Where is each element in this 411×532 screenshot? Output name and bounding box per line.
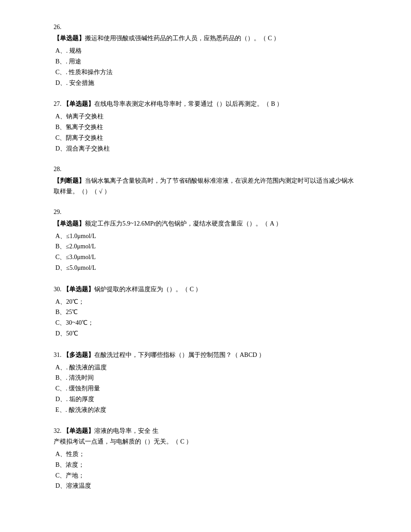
question-text-q26: 【单选题】搬运和使用强酸或强碱性药品的工作人员，应熟悉药品的（）。（ C ）: [54, 33, 357, 44]
option-q29-2: C、≤3.0μmol/L: [55, 252, 357, 263]
option-q27-1: B、氢离子交换柱: [55, 122, 357, 133]
question-text-q31: 31. 【多选题】在酸洗过程中，下列哪些指标（）属于控制范围？（ ABCD ）: [54, 350, 357, 360]
question-block-q28: 28.【判断题】当锅水氯离子含量较高时，为了节省硝酸银标准溶液，在误差允许范围内…: [54, 164, 357, 197]
option-q32-1: B、浓度；: [55, 460, 357, 470]
option-q27-2: C、阴离子交换柱: [55, 133, 357, 143]
question-block-q30: 30. 【单选题】锅炉提取的水样温度应为（）。（ C ）A、20℃；B、25℃C…: [54, 284, 357, 339]
option-q26-3: D、. 安全措施: [55, 78, 357, 88]
option-q31-0: A、. 酸洗液的温度: [55, 362, 357, 373]
option-q29-0: A、≤1.0μmol/L: [55, 231, 357, 242]
option-q30-1: B、25℃: [55, 307, 357, 318]
content-area: 26.【单选题】搬运和使用强酸或强碱性药品的工作人员，应熟悉药品的（）。（ C …: [54, 22, 357, 491]
question-text-q28: 【判断题】当锅水氯离子含量较高时，为了节省硝酸银标准溶液，在误差允许范围内测定时…: [54, 176, 357, 197]
question-block-q32: 32. 【单选题】溶液的电导率，安全 生产模拟考试一点通，与电解质的（）无关。（…: [54, 426, 357, 491]
question-block-q27: 27. 【单选题】在线电导率表测定水样电导率时，常要通过（）以后再测定。（ B …: [54, 99, 357, 154]
option-q30-0: A、20℃；: [55, 297, 357, 307]
option-q32-3: D、溶液温度: [55, 481, 357, 491]
option-q27-0: A、钠离子交换柱: [55, 111, 357, 122]
option-q26-2: C、. 性质和操作方法: [55, 67, 357, 78]
question-block-q29: 29.【单选题】额定工作压力5.9~12.6MPr的汽包锅炉，凝结水硬度含量应（…: [54, 207, 357, 273]
question-number-q26: 26.: [54, 22, 357, 32]
option-q32-2: C、产地；: [55, 470, 357, 481]
option-q30-2: C、30~40℃；: [55, 318, 357, 328]
question-number-q28: 28.: [54, 164, 357, 174]
option-q30-3: D、50℃: [55, 328, 357, 339]
option-q29-1: B、≤2.0μmol/L: [55, 241, 357, 252]
option-q26-0: A、. 规格: [55, 46, 357, 56]
option-q32-0: A、性质；: [55, 449, 357, 460]
question-text-q27: 27. 【单选题】在线电导率表测定水样电导率时，常要通过（）以后再测定。（ B …: [54, 99, 357, 109]
question-text-q30: 30. 【单选题】锅炉提取的水样温度应为（）。（ C ）: [54, 284, 357, 295]
option-q31-1: B、. 清洗时间: [55, 373, 357, 383]
option-q29-3: D、≤5.0μmol/L: [55, 263, 357, 273]
option-q31-2: C、. 缓蚀剂用量: [55, 383, 357, 394]
question-block-q26: 26.【单选题】搬运和使用强酸或强碱性药品的工作人员，应熟悉药品的（）。（ C …: [54, 22, 357, 88]
option-q26-1: B、. 用途: [55, 56, 357, 67]
question-text-q29: 【单选题】额定工作压力5.9~12.6MPr的汽包锅炉，凝结水硬度含量应（）。（…: [54, 218, 357, 229]
question-text-q32: 32. 【单选题】溶液的电导率，安全 生产模拟考试一点通，与电解质的（）无关。（…: [54, 426, 357, 447]
option-q31-3: D、. 垢的厚度: [55, 394, 357, 405]
option-q31-4: E、. 酸洗液的浓度: [55, 405, 357, 415]
option-q27-3: D、混合离子交换柱: [55, 143, 357, 154]
question-number-q29: 29.: [54, 207, 357, 217]
question-block-q31: 31. 【多选题】在酸洗过程中，下列哪些指标（）属于控制范围？（ ABCD ）A…: [54, 350, 357, 415]
